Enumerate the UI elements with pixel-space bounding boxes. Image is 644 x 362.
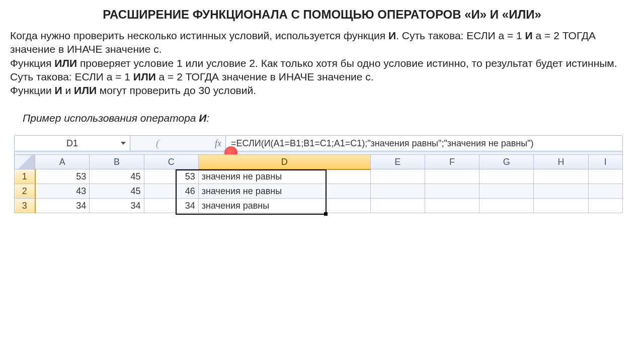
text: Функция — [10, 57, 54, 69]
bold: ИЛИ — [54, 57, 77, 69]
bold: ИЛИ — [133, 71, 156, 82]
example-label: Пример использования оператора И: — [23, 112, 634, 124]
formula-input[interactable]: =ЕСЛИ(И(A1=B1;B1=C1;A1=C1);"значения рав… — [226, 136, 622, 151]
col-header[interactable]: H — [534, 155, 588, 169]
fx-button[interactable]: ( fx — [130, 136, 226, 151]
formula-bar: D1 ( fx =ЕСЛИ(И(A1=B1;B1=C1;A1=C1);"знач… — [14, 135, 623, 151]
cell[interactable]: 46 — [144, 184, 198, 199]
col-header[interactable]: C — [144, 155, 198, 169]
text: Функции — [10, 84, 55, 96]
col-header-selected[interactable]: D — [198, 155, 370, 169]
text: могут проверить до 30 условий. — [97, 84, 256, 96]
grid-wrap: A B C D E F G H I 1 53 45 53 значения — [14, 154, 623, 213]
bold: И — [199, 112, 206, 124]
text: и — [62, 84, 74, 96]
cell[interactable] — [370, 199, 425, 213]
name-box-value: D1 — [66, 138, 78, 149]
cell[interactable]: значения не равны — [198, 169, 370, 184]
text: Пример использования оператора — [23, 112, 199, 124]
row-header[interactable]: 3 — [15, 199, 35, 213]
cell[interactable] — [370, 169, 425, 184]
cell[interactable]: 45 — [90, 184, 144, 199]
cell[interactable] — [425, 184, 479, 199]
cell[interactable]: значения не равны — [198, 184, 370, 199]
cell[interactable] — [479, 199, 534, 213]
page-title: РАСШИРЕНИЕ ФУНКЦИОНАЛА С ПОМОЩЬЮ ОПЕРАТО… — [10, 8, 634, 22]
table-row: 2 43 45 46 значения не равны — [15, 184, 623, 199]
cell[interactable] — [425, 199, 479, 213]
spreadsheet-grid[interactable]: A B C D E F G H I 1 53 45 53 значения — [14, 154, 623, 213]
bold: И — [388, 30, 396, 41]
cell[interactable]: 53 — [144, 169, 198, 184]
table-row: 1 53 45 53 значения не равны — [15, 169, 623, 184]
text: : — [206, 112, 209, 124]
col-header[interactable]: E — [370, 155, 425, 169]
cell[interactable] — [588, 184, 622, 199]
cell[interactable]: 43 — [35, 184, 90, 199]
col-header[interactable]: F — [425, 155, 479, 169]
col-header[interactable]: I — [588, 155, 622, 169]
cell[interactable]: 53 — [35, 169, 90, 184]
cell[interactable] — [534, 199, 588, 213]
table-row: 3 34 34 34 значения равны — [15, 199, 623, 213]
column-header-row: A B C D E F G H I — [15, 155, 623, 169]
cell[interactable]: 34 — [35, 199, 90, 213]
paren-icon: ( — [156, 137, 159, 150]
cell[interactable] — [534, 184, 588, 199]
col-header[interactable]: B — [90, 155, 144, 169]
formula-value: =ЕСЛИ(И(A1=B1;B1=C1;A1=C1);"значения рав… — [231, 138, 534, 149]
cell[interactable] — [479, 184, 534, 199]
chevron-down-icon[interactable] — [121, 142, 126, 145]
cell[interactable] — [588, 169, 622, 184]
name-box[interactable]: D1 — [15, 136, 130, 151]
col-header[interactable]: G — [479, 155, 534, 169]
text: а = 2 ТОГДА значение в ИНАЧЕ значение с. — [156, 71, 374, 82]
excel-screenshot: D1 ( fx =ЕСЛИ(И(A1=B1;B1=C1;A1=C1);"знач… — [14, 135, 623, 213]
row-header[interactable]: 1 — [15, 169, 35, 184]
explanation-text: Когда нужно проверить несколько истинных… — [10, 29, 634, 97]
row-header[interactable]: 2 — [15, 184, 35, 199]
cell[interactable]: значения равны — [198, 199, 370, 213]
cell[interactable]: 45 — [90, 169, 144, 184]
cell[interactable] — [425, 169, 479, 184]
cell[interactable]: 34 — [144, 199, 198, 213]
cell[interactable]: 34 — [90, 199, 144, 213]
cell[interactable] — [370, 184, 425, 199]
col-header[interactable]: A — [35, 155, 90, 169]
bold: ИЛИ — [74, 84, 97, 96]
text: . Суть такова: ЕСЛИ а = 1 — [396, 30, 525, 41]
fx-label: fx — [215, 138, 221, 149]
cell[interactable] — [588, 199, 622, 213]
select-all-cell[interactable] — [15, 155, 35, 169]
bold: И — [525, 30, 533, 41]
cell[interactable] — [479, 169, 534, 184]
bold: И — [55, 84, 62, 96]
text: Когда нужно проверить несколько истинных… — [10, 30, 388, 41]
cell[interactable] — [534, 169, 588, 184]
